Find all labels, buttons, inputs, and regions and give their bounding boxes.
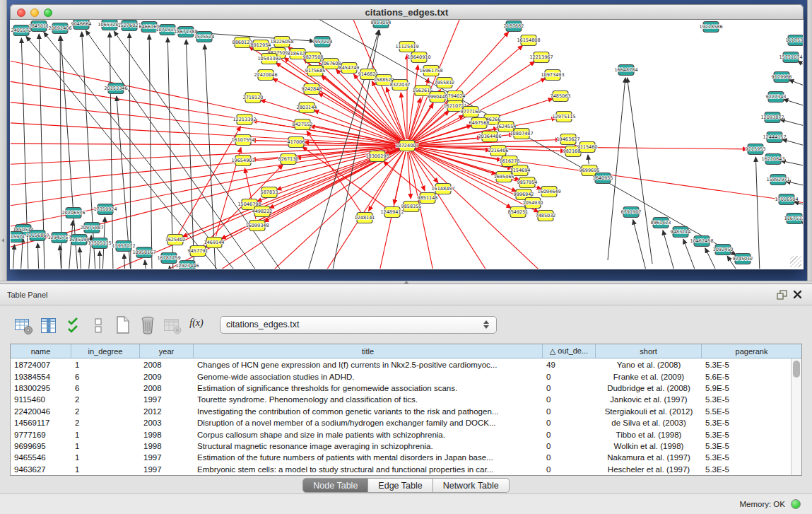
- graph-node[interactable]: 16210643: [761, 154, 784, 165]
- graph-node[interactable]: 8961423: [651, 218, 671, 228]
- graph-node[interactable]: 8912954: [251, 40, 271, 51]
- table-row[interactable]: 1830029562008Estimation of significance …: [11, 382, 791, 394]
- graph-node[interactable]: 12975115: [552, 112, 575, 122]
- column-header-title[interactable]: title: [194, 344, 543, 358]
- graph-node[interactable]: 1640955: [593, 173, 613, 184]
- graph-node[interactable]: 6791907: [621, 207, 642, 218]
- delete-table-button[interactable]: [163, 314, 182, 335]
- graph-node[interactable]: 19463627: [556, 134, 579, 145]
- collapse-arrow-icon[interactable]: [1, 238, 4, 243]
- graph-node[interactable]: 11125419: [395, 42, 418, 52]
- graph-node[interactable]: 12444157: [763, 132, 786, 143]
- graph-node[interactable]: 15751074: [779, 52, 802, 63]
- column-header-short[interactable]: short: [596, 344, 702, 358]
- close-panel-button[interactable]: [789, 288, 805, 302]
- graph-node[interactable]: 4498222: [252, 206, 273, 217]
- graph-node[interactable]: 2718120: [243, 93, 264, 103]
- table-select-dropdown[interactable]: citations_edges.txt: [220, 316, 497, 334]
- graph-node[interactable]: 1092450: [713, 245, 734, 255]
- graph-node[interactable]: 12093872: [760, 112, 784, 123]
- graph-node[interactable]: 7625402: [165, 235, 186, 245]
- graph-node[interactable]: 16094649: [537, 187, 560, 197]
- graph-node[interactable]: 12213967: [529, 52, 553, 63]
- graph-node[interactable]: 1117534: [786, 35, 803, 46]
- table-row[interactable]: 1872400712008Changes of HCN gene express…: [11, 359, 791, 370]
- graph-node[interactable]: 9777169: [461, 107, 481, 117]
- graph-node[interactable]: 9227343: [766, 92, 787, 103]
- table-row[interactable]: 1938455462009Genome-wide association stu…: [11, 370, 791, 382]
- new-document-button[interactable]: [114, 314, 132, 335]
- graph-node[interactable]: 9457791: [188, 246, 208, 257]
- graph-node[interactable]: 1695465: [494, 172, 514, 182]
- graph-node[interactable]: 12213392: [233, 115, 256, 125]
- graph-node[interactable]: 13505135: [88, 238, 111, 249]
- graph-node[interactable]: 9115460: [577, 142, 598, 153]
- column-header-pagerank[interactable]: pagerank: [702, 344, 801, 358]
- tab-edge-table[interactable]: Edge Table: [368, 478, 433, 493]
- graph-node[interactable]: 8427552: [293, 119, 313, 130]
- graph-node[interactable]: 1469144: [204, 238, 225, 248]
- window-resize-grip[interactable]: [790, 256, 801, 267]
- graph-node[interactable]: 7485063: [551, 91, 571, 102]
- delete-button[interactable]: [139, 314, 157, 335]
- graph-node[interactable]: 8813054: [371, 20, 392, 28]
- graph-node[interactable]: 417006: [288, 137, 305, 148]
- float-panel-button[interactable]: [774, 288, 789, 302]
- graph-node[interactable]: 12923446: [175, 261, 199, 269]
- column-header-in_degree[interactable]: in_degree: [71, 344, 140, 358]
- graph-node[interactable]: 8267130: [278, 154, 299, 165]
- graph-node[interactable]: 9242848: [302, 84, 322, 95]
- graph-node[interactable]: 10958167: [132, 247, 155, 258]
- column-header-year[interactable]: year: [140, 344, 194, 358]
- graph-node[interactable]: 1167533: [784, 214, 803, 224]
- graph-node[interactable]: 16099348: [245, 221, 269, 231]
- graph-node[interactable]: 17016504: [775, 194, 798, 205]
- graph-node[interactable]: 6794024: [445, 91, 466, 102]
- graph-node[interactable]: 16782759: [157, 253, 180, 264]
- table-row[interactable]: 969969511998Structural magnetic resonanc…: [11, 440, 791, 452]
- graph-node[interactable]: 6497568: [469, 118, 490, 129]
- unselect-all-button[interactable]: [89, 314, 107, 335]
- graph-node[interactable]: 587833: [261, 187, 278, 198]
- graph-node[interactable]: 18640910: [407, 52, 430, 63]
- graph-node[interactable]: 9215953: [746, 144, 766, 155]
- graph-node[interactable]: 20206576: [61, 208, 85, 218]
- graph-node[interactable]: 9129966: [772, 72, 792, 83]
- graph-node[interactable]: 16648784: [614, 65, 637, 76]
- graph-node[interactable]: 2803144: [297, 103, 317, 113]
- graph-node[interactable]: 2187662: [504, 21, 524, 32]
- graph-node[interactable]: 3915971: [11, 232, 25, 243]
- graph-node[interactable]: 7515524: [194, 32, 215, 42]
- graph-node[interactable]: 1248141: [355, 213, 375, 223]
- graph-node[interactable]: 9046664: [71, 20, 92, 30]
- graph-node[interactable]: 20691406: [48, 23, 71, 34]
- graph-node[interactable]: 1145194: [69, 235, 90, 245]
- graph-node[interactable]: 1054930: [523, 198, 543, 209]
- graph-node[interactable]: 7485032: [536, 211, 556, 221]
- table-row[interactable]: 946554611997Estimation of the future num…: [11, 452, 791, 463]
- column-header-out_de[interactable]: △ out_de...: [543, 344, 596, 358]
- graph-node[interactable]: 8549251: [508, 207, 529, 218]
- show-columns-button[interactable]: [40, 314, 58, 335]
- close-window-button[interactable]: [17, 8, 25, 17]
- graph-node[interactable]: 12942757: [47, 233, 71, 243]
- graph-node[interactable]: 7957224: [312, 37, 333, 47]
- tab-network-table[interactable]: Network Table: [433, 478, 510, 493]
- zoom-window-button[interactable]: [44, 8, 52, 17]
- graph-node[interactable]: 2216406: [488, 146, 509, 156]
- table-settings-button[interactable]: [14, 314, 33, 335]
- graph-node[interactable]: 8322037: [390, 80, 411, 90]
- scrollbar-thumb[interactable]: [793, 361, 800, 378]
- graph-node[interactable]: 20364486: [478, 132, 501, 142]
- function-builder-button[interactable]: f(x): [188, 314, 206, 335]
- graph-node[interactable]: 9175685: [305, 66, 326, 76]
- tab-node-table[interactable]: Node Table: [302, 478, 368, 493]
- graph-node[interactable]: 10462458: [690, 236, 713, 247]
- graph-node[interactable]: 9858355: [401, 201, 422, 212]
- graph-node[interactable]: 15892971: [766, 175, 789, 185]
- graph-node[interactable]: 16961758: [419, 66, 442, 76]
- table-row[interactable]: 946362711997Embryonic stem cells: a mode…: [11, 464, 791, 475]
- vertical-scrollbar[interactable]: [791, 358, 801, 475]
- table-row[interactable]: 977716911998Corpus callosum shape and si…: [11, 428, 791, 440]
- table-row[interactable]: 2242004622012Investigating the contribut…: [11, 406, 791, 417]
